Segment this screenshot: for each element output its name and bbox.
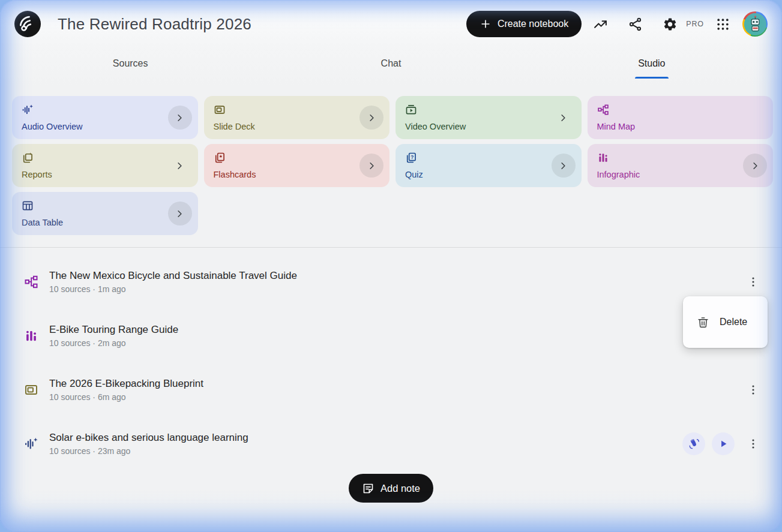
card-open-chevron-icon[interactable] [552, 106, 576, 130]
card-label: Data Table [22, 218, 188, 227]
add-note-button[interactable]: Add note [349, 474, 433, 503]
item-text: Solar e-bikes and serious language learn… [49, 432, 248, 456]
card-quiz[interactable]: ? Quiz [396, 144, 582, 187]
item-title: Solar e-bikes and serious language learn… [49, 432, 248, 444]
card-data-table[interactable]: Data Table [12, 192, 198, 235]
infographic-icon [597, 152, 609, 164]
share-icon [628, 17, 643, 32]
card-slide-deck[interactable]: Slide Deck [204, 96, 390, 139]
settings-button[interactable] [656, 10, 684, 38]
plus-icon [480, 18, 492, 30]
three-dots-icon [747, 383, 760, 396]
list-item[interactable]: The New Mexico Bicycle and Sustainable T… [0, 255, 782, 309]
studio-items-list: The New Mexico Bicycle and Sustainable T… [0, 248, 782, 471]
item-text: E-Bike Touring Range Guide 10 sources · … [49, 324, 178, 348]
flashcards-icon [214, 152, 226, 164]
item-text: The New Mexico Bicycle and Sustainable T… [49, 270, 297, 294]
card-open-chevron-icon[interactable] [743, 154, 767, 178]
quiz-icon: ? [405, 152, 417, 164]
item-context-menu: Delete [683, 296, 768, 348]
item-controls [741, 378, 765, 402]
three-dots-icon [747, 275, 760, 288]
tab-studio-label: Studio [638, 58, 665, 69]
list-item[interactable]: The 2026 E-Bikepacking Blueprint 10 sour… [0, 363, 782, 417]
card-audio-overview[interactable]: Audio Overview [12, 96, 198, 139]
card-infographic[interactable]: Infographic [588, 144, 774, 187]
item-controls [682, 432, 765, 456]
delete-menu-label: Delete [720, 317, 747, 327]
tab-studio[interactable]: Studio [522, 48, 782, 79]
audio-overview-icon [22, 104, 34, 116]
main-tabs: Sources Chat Studio [0, 48, 782, 79]
create-notebook-label: Create notebook [498, 19, 568, 29]
slide-deck-icon [214, 104, 226, 116]
tab-sources[interactable]: Sources [0, 48, 260, 79]
header-actions: Create notebook PRO [466, 10, 768, 38]
notebooklm-app: The Rewired Roadtrip 2026 Create noteboo… [0, 0, 782, 532]
mind-map-icon [597, 104, 609, 116]
studio-output-cards: Audio Overview Slide Deck Video Overview… [0, 79, 782, 235]
card-open-chevron-icon[interactable] [359, 106, 383, 130]
card-open-chevron-icon[interactable] [359, 154, 383, 178]
data-table-icon [22, 200, 34, 212]
play-audio-button[interactable] [712, 432, 735, 455]
item-text: The 2026 E-Bikepacking Blueprint 10 sour… [49, 378, 203, 402]
card-label: Flashcards [214, 170, 380, 179]
waving-hand-icon [688, 438, 700, 450]
item-meta: 10 sources · 23m ago [49, 446, 248, 456]
audio-overview-icon [24, 437, 38, 451]
card-open-chevron-icon[interactable] [552, 154, 576, 178]
video-overview-icon [405, 104, 417, 116]
trending-up-icon [593, 17, 608, 32]
item-meta: 10 sources · 6m ago [49, 392, 203, 402]
list-item[interactable]: Solar e-bikes and serious language learn… [0, 417, 782, 471]
delete-menu-item[interactable]: Delete [683, 296, 768, 348]
item-meta: 10 sources · 2m ago [49, 338, 178, 348]
card-video-overview[interactable]: Video Overview [396, 96, 582, 139]
analytics-button[interactable] [586, 10, 614, 38]
card-reports[interactable]: Reports [12, 144, 198, 187]
play-icon [717, 438, 729, 450]
item-more-menu-button[interactable] [741, 432, 765, 456]
card-label: Mind Map [597, 122, 764, 131]
list-item[interactable]: E-Bike Touring Range Guide 10 sources · … [0, 309, 782, 363]
card-open-chevron-icon[interactable] [168, 106, 192, 130]
item-more-menu-button[interactable] [741, 378, 765, 402]
item-title: The 2026 E-Bikepacking Blueprint [49, 378, 203, 390]
avatar-robot-image [744, 13, 766, 35]
card-mind-map[interactable]: Mind Map [588, 96, 774, 139]
infographic-icon [24, 329, 38, 343]
notebook-title: The Rewired Roadtrip 2026 [58, 15, 251, 34]
item-controls [741, 270, 765, 294]
note-icon [362, 482, 374, 495]
card-label: Video Overview [405, 122, 572, 131]
tab-sources-label: Sources [113, 58, 148, 69]
share-button[interactable] [621, 10, 649, 38]
create-notebook-button[interactable]: Create notebook [466, 11, 582, 37]
card-open-chevron-icon[interactable] [168, 154, 192, 178]
reports-icon [22, 152, 34, 164]
trash-icon [697, 316, 709, 329]
interactive-mode-button[interactable] [682, 432, 705, 455]
mind-map-icon [24, 275, 38, 289]
three-dots-icon [747, 437, 760, 450]
card-label: Infographic [597, 170, 764, 179]
card-label: Quiz [405, 170, 572, 179]
notebooklm-logo-icon[interactable] [14, 11, 41, 37]
item-meta: 10 sources · 1m ago [49, 284, 297, 294]
account-avatar[interactable] [742, 11, 768, 37]
slide-deck-icon [24, 383, 38, 397]
add-note-label: Add note [380, 483, 420, 494]
item-more-menu-button[interactable] [741, 270, 765, 294]
card-flashcards[interactable]: Flashcards [204, 144, 390, 187]
tab-chat-label: Chat [381, 58, 402, 69]
apps-grid-button[interactable] [709, 10, 736, 38]
svg-text:?: ? [411, 154, 414, 160]
tab-chat[interactable]: Chat [260, 48, 521, 79]
item-title: E-Bike Touring Range Guide [49, 324, 178, 336]
item-title: The New Mexico Bicycle and Sustainable T… [49, 270, 297, 282]
app-header: The Rewired Roadtrip 2026 Create noteboo… [0, 0, 782, 48]
card-open-chevron-icon[interactable] [168, 202, 192, 226]
card-label: Reports [22, 170, 188, 179]
card-label: Audio Overview [22, 122, 188, 131]
